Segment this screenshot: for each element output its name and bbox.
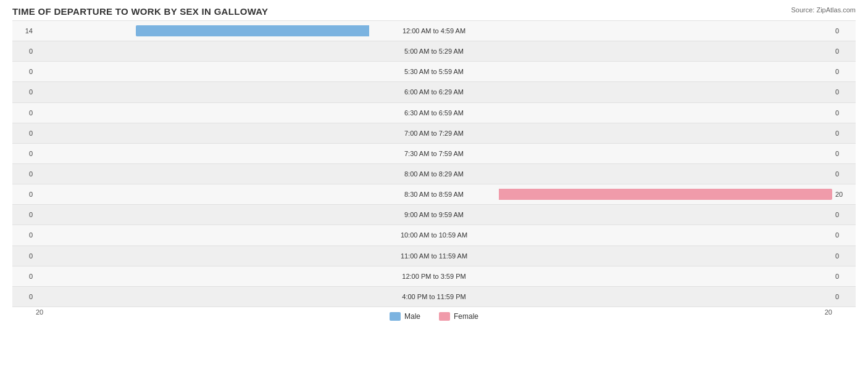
legend-male-label: Male bbox=[404, 312, 420, 321]
legend-female-label: Female bbox=[454, 312, 478, 321]
male-value: 0 bbox=[12, 252, 36, 260]
axis-left: 20 bbox=[36, 308, 43, 321]
bars-section: 12:00 AM to 4:59 AM bbox=[36, 21, 832, 41]
bar-row: 07:30 AM to 7:59 AM0 bbox=[12, 143, 856, 163]
female-value: 0 bbox=[832, 68, 856, 75]
male-value: 0 bbox=[12, 150, 36, 157]
bars-section: 8:00 AM to 8:29 AM bbox=[36, 164, 832, 184]
chart-title: TIME OF DEPARTURE TO WORK BY SEX IN GALL… bbox=[12, 6, 856, 17]
female-value: 20 bbox=[832, 191, 856, 198]
female-value: 0 bbox=[832, 27, 856, 35]
male-value: 0 bbox=[12, 109, 36, 117]
female-value: 0 bbox=[832, 170, 856, 178]
legend-male: Male bbox=[390, 312, 420, 321]
bars-section: 9:00 AM to 9:59 AM bbox=[36, 205, 832, 225]
time-label: 7:30 AM to 7:59 AM bbox=[369, 150, 499, 157]
time-label: 8:30 AM to 8:59 AM bbox=[369, 191, 499, 198]
bars-section: 6:30 AM to 6:59 AM bbox=[36, 103, 832, 123]
female-value: 0 bbox=[832, 109, 856, 117]
bar-row: 08:00 AM to 8:29 AM0 bbox=[12, 163, 856, 184]
female-value: 0 bbox=[832, 47, 856, 55]
chart-container: TIME OF DEPARTURE TO WORK BY SEX IN GALL… bbox=[0, 0, 868, 367]
male-value: 14 bbox=[12, 27, 36, 35]
male-value: 0 bbox=[12, 211, 36, 218]
bar-row: 012:00 PM to 3:59 PM0 bbox=[12, 266, 856, 286]
male-swatch bbox=[390, 312, 401, 321]
time-label: 6:00 AM to 6:29 AM bbox=[369, 88, 499, 96]
male-value: 0 bbox=[12, 231, 36, 239]
time-label: 9:00 AM to 9:59 AM bbox=[369, 211, 499, 218]
time-label: 12:00 AM to 4:59 AM bbox=[369, 27, 499, 35]
bars-section: 11:00 AM to 11:59 AM bbox=[36, 246, 832, 266]
bars-section: 4:00 PM to 11:59 PM bbox=[36, 287, 832, 307]
bar-row: 09:00 AM to 9:59 AM0 bbox=[12, 204, 856, 225]
source-text: Source: ZipAtlas.com bbox=[791, 6, 856, 14]
bars-section: 8:30 AM to 8:59 AM bbox=[36, 184, 832, 204]
time-label: 12:00 PM to 3:59 PM bbox=[369, 273, 499, 280]
bar-row: 05:00 AM to 5:29 AM0 bbox=[12, 41, 856, 61]
female-bar bbox=[499, 189, 832, 200]
male-value: 0 bbox=[12, 47, 36, 55]
time-label: 5:30 AM to 5:59 AM bbox=[369, 68, 499, 75]
female-value: 0 bbox=[832, 211, 856, 218]
time-label: 11:00 AM to 11:59 AM bbox=[369, 252, 499, 260]
female-value: 0 bbox=[832, 231, 856, 239]
female-value: 0 bbox=[832, 130, 856, 137]
bars-section: 7:00 AM to 7:29 AM bbox=[36, 123, 832, 143]
bars-section: 7:30 AM to 7:59 AM bbox=[36, 144, 832, 163]
bar-row: 05:30 AM to 5:59 AM0 bbox=[12, 61, 856, 81]
female-value: 0 bbox=[832, 150, 856, 157]
legend-female: Female bbox=[439, 312, 478, 321]
chart-area: 1412:00 AM to 4:59 AM005:00 AM to 5:29 A… bbox=[12, 20, 856, 332]
bar-row: 06:00 AM to 6:29 AM0 bbox=[12, 81, 856, 102]
bars-section: 5:00 AM to 5:29 AM bbox=[36, 41, 832, 61]
male-value: 0 bbox=[12, 191, 36, 198]
time-label: 7:00 AM to 7:29 AM bbox=[369, 130, 499, 137]
female-swatch bbox=[439, 312, 450, 321]
male-value: 0 bbox=[12, 170, 36, 178]
male-value: 0 bbox=[12, 68, 36, 75]
bars-section: 6:00 AM to 6:29 AM bbox=[36, 82, 832, 102]
female-value: 0 bbox=[832, 252, 856, 260]
female-value: 0 bbox=[832, 293, 856, 300]
bars-section: 12:00 PM to 3:59 PM bbox=[36, 266, 832, 286]
bar-row: 1412:00 AM to 4:59 AM0 bbox=[12, 20, 856, 41]
bar-row: 07:00 AM to 7:29 AM0 bbox=[12, 123, 856, 143]
rows-container: 1412:00 AM to 4:59 AM005:00 AM to 5:29 A… bbox=[12, 20, 856, 307]
time-label: 8:00 AM to 8:29 AM bbox=[369, 170, 499, 178]
bars-section: 5:30 AM to 5:59 AM bbox=[36, 62, 832, 81]
time-label: 10:00 AM to 10:59 AM bbox=[369, 231, 499, 239]
female-value: 0 bbox=[832, 88, 856, 96]
bars-section: 10:00 AM to 10:59 AM bbox=[36, 225, 832, 245]
bar-row: 08:30 AM to 8:59 AM20 bbox=[12, 184, 856, 204]
time-label: 5:00 AM to 5:29 AM bbox=[369, 47, 499, 55]
male-value: 0 bbox=[12, 88, 36, 96]
male-value: 0 bbox=[12, 273, 36, 280]
time-label: 6:30 AM to 6:59 AM bbox=[369, 109, 499, 117]
bar-row: 011:00 AM to 11:59 AM0 bbox=[12, 245, 856, 266]
male-bar bbox=[136, 25, 369, 36]
bar-row: 04:00 PM to 11:59 PM0 bbox=[12, 286, 856, 307]
male-value: 0 bbox=[12, 130, 36, 137]
axis-right: 20 bbox=[825, 308, 832, 321]
male-value: 0 bbox=[12, 293, 36, 300]
legend-area: Male Female bbox=[390, 312, 478, 321]
time-label: 4:00 PM to 11:59 PM bbox=[369, 293, 499, 300]
bar-row: 06:30 AM to 6:59 AM0 bbox=[12, 102, 856, 123]
bottom-axis: 20 Male Female 20 bbox=[12, 308, 856, 321]
female-value: 0 bbox=[832, 273, 856, 280]
bar-row: 010:00 AM to 10:59 AM0 bbox=[12, 225, 856, 245]
